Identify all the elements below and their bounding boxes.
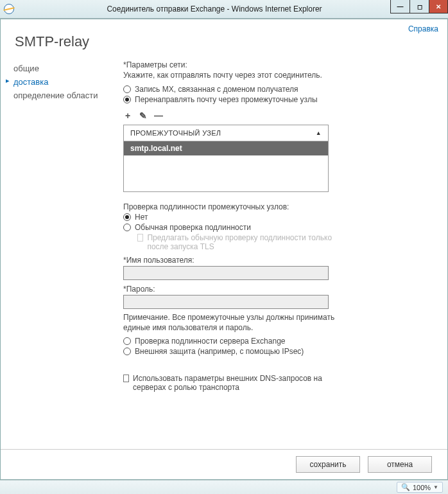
sort-asc-icon: ▲: [316, 130, 322, 136]
network-label: *Параметры сети:: [123, 60, 419, 69]
radio-icon: [123, 348, 131, 355]
routing-smarthost-label: Перенаправлять почту через промежуточные…: [135, 95, 318, 104]
username-input[interactable]: [123, 266, 329, 280]
auth-none-label: Нет: [135, 213, 148, 222]
statusbar: 🔍 100% ▼: [0, 480, 448, 494]
auth-title: Проверка подлинности промежуточных узлов…: [123, 202, 335, 211]
auth-basic-label: Обычная проверка подлинности: [135, 223, 251, 232]
chevron-down-icon: ▼: [433, 484, 438, 490]
edit-icon[interactable]: ✎: [139, 110, 148, 121]
auth-none-radio[interactable]: Нет: [123, 213, 335, 222]
maximize-button[interactable]: ◻: [409, 0, 429, 13]
auth-block: Проверка подлинности промежуточных узлов…: [123, 202, 335, 356]
auth-basic-tls-checkbox: Предлагать обычную проверку подлинности …: [137, 233, 335, 251]
content-pane: *Параметры сети: Укажите, как отправлять…: [119, 54, 447, 449]
smarthost-list-item[interactable]: smtp.local.net: [124, 141, 328, 155]
external-dns-label: Использовать параметры внешних DNS-запро…: [133, 374, 341, 392]
sidebar-item-general[interactable]: общие: [6, 62, 119, 75]
external-dns-checkbox[interactable]: Использовать параметры внешних DNS-запро…: [123, 374, 341, 392]
radio-icon: [123, 96, 131, 103]
smarthost-listbox: ПРОМЕЖУТОЧНЫЙ УЗЕЛ ▲ smtp.local.net: [123, 125, 329, 192]
smarthost-list-body: smtp.local.net: [124, 141, 328, 191]
save-button[interactable]: сохранить: [296, 456, 360, 473]
smarthost-header-label: ПРОМЕЖУТОЧНЫЙ УЗЕЛ: [130, 129, 221, 137]
password-input[interactable]: [123, 295, 329, 309]
app-shell: Справка SMTP-relay общие доставка опреде…: [0, 19, 448, 480]
help-link[interactable]: Справка: [408, 24, 438, 33]
footer: сохранить отмена: [1, 449, 447, 479]
sidebar-item-scoping[interactable]: определение области: [6, 89, 119, 102]
minimize-button[interactable]: —: [390, 0, 409, 13]
page-title: SMTP-relay: [1, 19, 447, 54]
network-desc: Укажите, как отправлять почту через этот…: [123, 71, 419, 80]
ie-icon: [4, 4, 14, 14]
cancel-button[interactable]: отмена: [368, 456, 432, 473]
radio-icon: [123, 337, 131, 345]
zoom-value: 100%: [413, 484, 431, 491]
window-title: Соединитель отправки Exchange - Windows …: [19, 4, 448, 13]
auth-external-label: Внешняя защита (например, с помощью IPse…: [135, 347, 304, 356]
username-label: *Имя пользователя:: [123, 256, 335, 265]
sidebar: общие доставка определение области: [1, 54, 119, 449]
auth-basic-subblock: Предлагать обычную проверку подлинности …: [137, 233, 335, 251]
body-row: общие доставка определение области *Пара…: [1, 54, 447, 449]
routing-mx-radio[interactable]: Запись MX, связанная с доменом получател…: [123, 85, 419, 94]
auth-exchange-radio[interactable]: Проверка подлинности сервера Exchange: [123, 337, 335, 346]
auth-external-radio[interactable]: Внешняя защита (например, с помощью IPse…: [123, 347, 335, 356]
radio-icon: [123, 213, 131, 221]
zoom-control[interactable]: 🔍 100% ▼: [397, 482, 443, 493]
checkbox-icon: [123, 375, 129, 382]
routing-mx-label: Запись MX, связанная с доменом получател…: [135, 85, 298, 94]
auth-basic-tls-label: Предлагать обычную проверку подлинности …: [147, 233, 335, 251]
auth-note: Примечание. Все промежуточные узлы должн…: [123, 312, 335, 333]
sidebar-item-delivery[interactable]: доставка: [6, 75, 119, 89]
checkbox-icon: [137, 234, 143, 242]
remove-icon[interactable]: —: [154, 110, 163, 121]
titlebar: Соединитель отправки Exchange - Windows …: [0, 0, 448, 19]
window-controls: — ◻ ✕: [390, 0, 448, 13]
add-icon[interactable]: +: [123, 110, 132, 121]
close-button[interactable]: ✕: [429, 0, 448, 13]
auth-exchange-label: Проверка подлинности сервера Exchange: [135, 337, 285, 346]
zoom-icon: 🔍: [401, 483, 410, 491]
dns-block: Использовать параметры внешних DNS-запро…: [123, 374, 341, 392]
routing-smarthost-radio[interactable]: Перенаправлять почту через промежуточные…: [123, 95, 419, 104]
smarthost-toolbar: + ✎ —: [123, 110, 419, 121]
password-label: *Пароль:: [123, 285, 335, 294]
radio-icon: [123, 224, 131, 231]
auth-basic-radio[interactable]: Обычная проверка подлинности: [123, 223, 335, 232]
radio-icon: [123, 85, 131, 93]
smarthost-list-header[interactable]: ПРОМЕЖУТОЧНЫЙ УЗЕЛ ▲: [124, 125, 328, 141]
